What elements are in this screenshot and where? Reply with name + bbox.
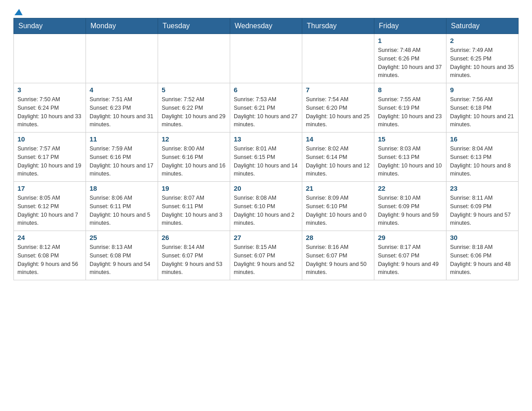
day-info: Sunrise: 7:59 AMSunset: 6:16 PMDaylight:… — [90, 145, 154, 178]
weekday-header-monday: Monday — [86, 18, 158, 34]
calendar-week-row: 1Sunrise: 7:48 AMSunset: 6:26 PMDaylight… — [14, 34, 519, 83]
day-number: 23 — [450, 184, 515, 192]
calendar-cell: 22Sunrise: 8:10 AMSunset: 6:09 PMDayligh… — [374, 182, 446, 231]
day-number: 16 — [450, 135, 515, 143]
calendar-cell: 19Sunrise: 8:07 AMSunset: 6:11 PMDayligh… — [158, 182, 230, 231]
calendar-cell: 30Sunrise: 8:18 AMSunset: 6:06 PMDayligh… — [446, 231, 519, 280]
day-number: 6 — [234, 86, 298, 94]
calendar-cell: 9Sunrise: 7:56 AMSunset: 6:18 PMDaylight… — [446, 83, 519, 133]
calendar-cell: 17Sunrise: 8:05 AMSunset: 6:12 PMDayligh… — [14, 182, 86, 231]
calendar-week-row: 10Sunrise: 7:57 AMSunset: 6:17 PMDayligh… — [14, 133, 519, 182]
day-info: Sunrise: 8:07 AMSunset: 6:11 PMDaylight:… — [162, 194, 226, 227]
day-info: Sunrise: 7:49 AMSunset: 6:25 PMDaylight:… — [450, 46, 515, 80]
day-number: 18 — [90, 184, 154, 192]
day-info: Sunrise: 8:14 AMSunset: 6:07 PMDaylight:… — [162, 243, 226, 277]
day-number: 9 — [450, 86, 515, 94]
day-info: Sunrise: 8:04 AMSunset: 6:13 PMDaylight:… — [450, 145, 515, 178]
day-info: Sunrise: 8:05 AMSunset: 6:12 PMDaylight:… — [17, 194, 82, 227]
day-number: 25 — [90, 234, 154, 241]
calendar-cell: 12Sunrise: 8:00 AMSunset: 6:16 PMDayligh… — [158, 133, 230, 182]
calendar-cell: 10Sunrise: 7:57 AMSunset: 6:17 PMDayligh… — [14, 133, 86, 182]
calendar-cell: 23Sunrise: 8:11 AMSunset: 6:09 PMDayligh… — [446, 182, 519, 231]
day-number: 3 — [17, 86, 82, 94]
day-number: 29 — [378, 234, 442, 241]
page-header — [13, 9, 519, 13]
calendar-cell: 11Sunrise: 7:59 AMSunset: 6:16 PMDayligh… — [86, 133, 158, 182]
day-number: 14 — [306, 135, 370, 143]
calendar-cell: 26Sunrise: 8:14 AMSunset: 6:07 PMDayligh… — [158, 231, 230, 280]
day-info: Sunrise: 7:52 AMSunset: 6:22 PMDaylight:… — [162, 95, 226, 129]
calendar-cell — [14, 34, 86, 83]
day-number: 13 — [234, 135, 298, 143]
day-number: 17 — [17, 184, 82, 192]
day-info: Sunrise: 8:02 AMSunset: 6:14 PMDaylight:… — [306, 145, 370, 178]
calendar-cell: 8Sunrise: 7:55 AMSunset: 6:19 PMDaylight… — [374, 83, 446, 133]
calendar-cell: 15Sunrise: 8:03 AMSunset: 6:13 PMDayligh… — [374, 133, 446, 182]
day-info: Sunrise: 7:55 AMSunset: 6:19 PMDaylight:… — [378, 95, 442, 129]
day-info: Sunrise: 8:09 AMSunset: 6:10 PMDaylight:… — [306, 194, 370, 227]
day-info: Sunrise: 7:48 AMSunset: 6:26 PMDaylight:… — [378, 46, 442, 80]
calendar-cell: 18Sunrise: 8:06 AMSunset: 6:11 PMDayligh… — [86, 182, 158, 231]
day-info: Sunrise: 8:16 AMSunset: 6:07 PMDaylight:… — [306, 243, 370, 277]
day-number: 30 — [450, 234, 515, 241]
day-number: 2 — [450, 37, 515, 44]
calendar-cell: 2Sunrise: 7:49 AMSunset: 6:25 PMDaylight… — [446, 34, 519, 83]
day-info: Sunrise: 8:01 AMSunset: 6:15 PMDaylight:… — [234, 145, 298, 178]
calendar-cell: 6Sunrise: 7:53 AMSunset: 6:21 PMDaylight… — [230, 83, 302, 133]
day-info: Sunrise: 7:54 AMSunset: 6:20 PMDaylight:… — [306, 95, 370, 129]
day-info: Sunrise: 8:17 AMSunset: 6:07 PMDaylight:… — [378, 243, 442, 277]
weekday-header-sunday: Sunday — [14, 18, 86, 34]
day-number: 21 — [306, 184, 370, 192]
day-number: 24 — [17, 234, 82, 241]
calendar-cell — [230, 34, 302, 83]
day-info: Sunrise: 7:50 AMSunset: 6:24 PMDaylight:… — [17, 95, 82, 129]
calendar-cell — [86, 34, 158, 83]
day-info: Sunrise: 7:53 AMSunset: 6:21 PMDaylight:… — [234, 95, 298, 129]
weekday-header-tuesday: Tuesday — [158, 18, 230, 34]
day-info: Sunrise: 8:11 AMSunset: 6:09 PMDaylight:… — [450, 194, 515, 227]
day-info: Sunrise: 8:06 AMSunset: 6:11 PMDaylight:… — [90, 194, 154, 227]
calendar-cell: 27Sunrise: 8:15 AMSunset: 6:07 PMDayligh… — [230, 231, 302, 280]
day-number: 22 — [378, 184, 442, 192]
logo — [13, 9, 30, 13]
day-number: 19 — [162, 184, 226, 192]
calendar-cell: 1Sunrise: 7:48 AMSunset: 6:26 PMDaylight… — [374, 34, 446, 83]
day-info: Sunrise: 8:13 AMSunset: 6:08 PMDaylight:… — [90, 243, 154, 277]
calendar-cell: 4Sunrise: 7:51 AMSunset: 6:23 PMDaylight… — [86, 83, 158, 133]
calendar-cell: 3Sunrise: 7:50 AMSunset: 6:24 PMDaylight… — [14, 83, 86, 133]
day-number: 26 — [162, 234, 226, 241]
day-number: 28 — [306, 234, 370, 241]
calendar-cell: 13Sunrise: 8:01 AMSunset: 6:15 PMDayligh… — [230, 133, 302, 182]
calendar-table: SundayMondayTuesdayWednesdayThursdayFrid… — [13, 18, 519, 280]
day-number: 10 — [17, 135, 82, 143]
calendar-cell — [158, 34, 230, 83]
calendar-cell — [302, 34, 374, 83]
calendar-cell: 28Sunrise: 8:16 AMSunset: 6:07 PMDayligh… — [302, 231, 374, 280]
day-number: 8 — [378, 86, 442, 94]
day-number: 27 — [234, 234, 298, 241]
day-info: Sunrise: 8:00 AMSunset: 6:16 PMDaylight:… — [162, 145, 226, 178]
day-number: 12 — [162, 135, 226, 143]
calendar-cell: 16Sunrise: 8:04 AMSunset: 6:13 PMDayligh… — [446, 133, 519, 182]
day-info: Sunrise: 7:57 AMSunset: 6:17 PMDaylight:… — [17, 145, 82, 178]
day-info: Sunrise: 8:18 AMSunset: 6:06 PMDaylight:… — [450, 243, 515, 277]
day-info: Sunrise: 8:08 AMSunset: 6:10 PMDaylight:… — [234, 194, 298, 227]
calendar-cell: 25Sunrise: 8:13 AMSunset: 6:08 PMDayligh… — [86, 231, 158, 280]
day-number: 5 — [162, 86, 226, 94]
day-number: 11 — [90, 135, 154, 143]
day-info: Sunrise: 7:56 AMSunset: 6:18 PMDaylight:… — [450, 95, 515, 129]
calendar-week-row: 3Sunrise: 7:50 AMSunset: 6:24 PMDaylight… — [14, 83, 519, 133]
calendar-cell: 29Sunrise: 8:17 AMSunset: 6:07 PMDayligh… — [374, 231, 446, 280]
calendar-week-row: 17Sunrise: 8:05 AMSunset: 6:12 PMDayligh… — [14, 182, 519, 231]
weekday-header-saturday: Saturday — [446, 18, 519, 34]
day-info: Sunrise: 7:51 AMSunset: 6:23 PMDaylight:… — [90, 95, 154, 129]
weekday-header-wednesday: Wednesday — [230, 18, 302, 34]
day-number: 15 — [378, 135, 442, 143]
calendar-cell: 5Sunrise: 7:52 AMSunset: 6:22 PMDaylight… — [158, 83, 230, 133]
day-info: Sunrise: 8:15 AMSunset: 6:07 PMDaylight:… — [234, 243, 298, 277]
day-info: Sunrise: 8:12 AMSunset: 6:08 PMDaylight:… — [17, 243, 82, 277]
day-number: 4 — [90, 86, 154, 94]
day-number: 1 — [378, 37, 442, 44]
weekday-header-thursday: Thursday — [302, 18, 374, 34]
day-number: 20 — [234, 184, 298, 192]
